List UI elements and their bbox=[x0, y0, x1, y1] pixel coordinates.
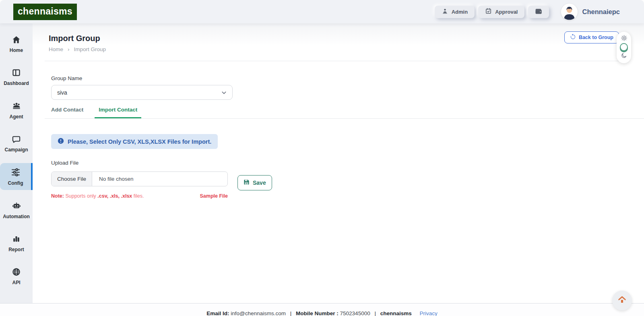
sidebar-item-label: API bbox=[12, 280, 20, 285]
back-to-group-button[interactable]: Back to Group bbox=[564, 31, 619, 43]
theme-toggle-knob bbox=[621, 44, 627, 50]
sidebar-item-dashboard[interactable]: Dashboard bbox=[0, 64, 33, 90]
footer-brand: chennaisms bbox=[380, 310, 412, 316]
theme-switcher bbox=[617, 32, 631, 63]
main-content: Import Group Home › Import Group Back to… bbox=[33, 23, 644, 303]
group-name-selected-value: siva bbox=[57, 89, 67, 96]
breadcrumb-home[interactable]: Home bbox=[49, 46, 63, 52]
breadcrumb: Home › Import Group bbox=[49, 46, 644, 52]
sidebar-item-report[interactable]: Report bbox=[0, 230, 33, 256]
home-icon bbox=[12, 35, 21, 45]
rotate-left-icon bbox=[570, 34, 576, 41]
file-type-alert: Please, Select Only CSV, XLS,XLSX Files … bbox=[51, 134, 218, 149]
sidebar-item-label: Dashboard bbox=[4, 81, 29, 86]
breadcrumb-separator: › bbox=[68, 46, 70, 52]
page-title: Import Group bbox=[49, 34, 644, 43]
sidebar-item-label: Report bbox=[8, 247, 24, 252]
privacy-link[interactable]: Privacy bbox=[420, 310, 438, 316]
save-button-label: Save bbox=[253, 180, 266, 186]
sidebar-item-label: Agent bbox=[10, 114, 23, 120]
upload-file-label: Upload File bbox=[51, 149, 644, 166]
moon-icon[interactable] bbox=[621, 52, 627, 60]
brand-logo[interactable]: chennaisms bbox=[13, 4, 77, 20]
back-to-group-label: Back to Group bbox=[579, 35, 613, 40]
home-up-icon bbox=[617, 295, 627, 306]
sidebar-item-label: Config bbox=[8, 180, 23, 186]
sample-file-link[interactable]: Sample File bbox=[200, 193, 228, 199]
file-format-note: Note: Supports only .csv, .xls, .xlsx fi… bbox=[51, 193, 144, 199]
config-sliders-icon bbox=[11, 167, 21, 178]
campaign-chat-icon bbox=[12, 134, 21, 145]
file-input[interactable]: Choose File No file chosen bbox=[51, 171, 228, 186]
automation-robot-icon bbox=[12, 201, 21, 212]
navbar-actions: Admin Approval Ch bbox=[431, 4, 620, 20]
sidebar-item-api[interactable]: API bbox=[0, 263, 33, 289]
scroll-to-top-button[interactable] bbox=[612, 291, 632, 310]
group-name-label: Group Name bbox=[51, 61, 644, 81]
note-row: Note: Supports only .csv, .xls, .xlsx fi… bbox=[51, 193, 228, 199]
api-globe-icon bbox=[12, 267, 21, 278]
contact-tabs: Add Contact Import Contact bbox=[51, 107, 644, 118]
approval-button[interactable]: Approval bbox=[478, 6, 524, 18]
agent-users-icon bbox=[12, 101, 21, 112]
approval-button-label: Approval bbox=[495, 9, 518, 15]
footer-separator: | bbox=[290, 310, 292, 316]
sidebar-item-config[interactable]: Config bbox=[0, 163, 33, 190]
sidebar-item-label: Automation bbox=[3, 214, 30, 219]
wallet-icon bbox=[534, 7, 543, 17]
import-contact-panel: Please, Select Only CSV, XLS,XLSX Files … bbox=[33, 119, 644, 199]
sidebar-item-campaign[interactable]: Campaign bbox=[0, 130, 33, 157]
page-header: Import Group Home › Import Group Back to… bbox=[33, 23, 644, 52]
admin-button[interactable]: Admin bbox=[435, 6, 475, 18]
wallet-button[interactable] bbox=[528, 6, 549, 18]
info-icon bbox=[58, 138, 64, 145]
dashboard-icon bbox=[12, 68, 21, 78]
user-avatar[interactable] bbox=[561, 4, 578, 20]
save-button[interactable]: Save bbox=[237, 175, 272, 190]
page-footer: Email Id: info@chennaisms.com | Mobile N… bbox=[0, 303, 644, 316]
sidebar-nav: Home Dashboard Agent Campaign bbox=[0, 23, 33, 303]
choose-file-button[interactable]: Choose File bbox=[52, 172, 92, 186]
admin-user-icon bbox=[442, 8, 448, 16]
user-name[interactable]: Chennaiepc bbox=[582, 8, 620, 16]
sidebar-item-home[interactable]: Home bbox=[0, 31, 33, 57]
import-group-form: Group Name siva Add Contact Import Conta… bbox=[33, 61, 644, 118]
file-type-alert-text: Please, Select Only CSV, XLS,XLSX Files … bbox=[68, 138, 211, 145]
file-chosen-status: No file chosen bbox=[92, 172, 134, 186]
save-floppy-icon bbox=[244, 179, 250, 186]
sidebar-item-label: Home bbox=[10, 48, 23, 53]
footer-separator: | bbox=[374, 310, 376, 316]
top-navbar: chennaisms Admin Approval bbox=[0, 0, 644, 23]
group-name-select[interactable]: siva bbox=[51, 85, 233, 100]
footer-mobile-value: 7502345000 bbox=[340, 310, 370, 316]
footer-mobile-label: Mobile Number : bbox=[296, 310, 339, 316]
footer-email-label: Email Id: bbox=[206, 310, 229, 316]
report-chart-icon bbox=[12, 234, 21, 245]
sidebar-item-automation[interactable]: Automation bbox=[0, 196, 33, 223]
sidebar-item-label: Campaign bbox=[4, 147, 28, 153]
app-window: chennaisms Admin Approval bbox=[0, 0, 644, 316]
calendar-check-icon bbox=[485, 8, 492, 16]
chevron-down-icon bbox=[221, 90, 227, 97]
tab-import-contact[interactable]: Import Contact bbox=[95, 107, 141, 118]
admin-button-label: Admin bbox=[452, 9, 468, 15]
breadcrumb-current: Import Group bbox=[74, 46, 106, 52]
sun-icon[interactable] bbox=[621, 35, 627, 43]
tab-add-contact[interactable]: Add Contact bbox=[51, 107, 83, 117]
sidebar-item-agent[interactable]: Agent bbox=[0, 97, 33, 124]
upload-file-row: Choose File No file chosen Save bbox=[51, 171, 644, 190]
theme-toggle[interactable] bbox=[620, 43, 628, 52]
footer-email-value: info@chennaisms.com bbox=[231, 310, 286, 316]
